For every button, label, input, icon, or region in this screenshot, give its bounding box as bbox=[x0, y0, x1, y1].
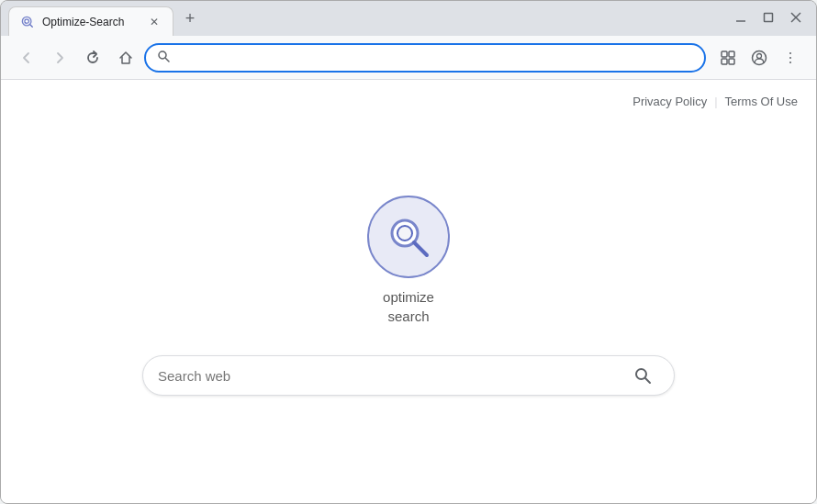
minimize-button[interactable] bbox=[728, 8, 754, 27]
logo-text: optimize search bbox=[383, 287, 434, 326]
privacy-policy-link[interactable]: Privacy Policy bbox=[632, 95, 707, 108]
address-input[interactable] bbox=[177, 50, 693, 65]
browser-window: Optimize-Search ✕ + bbox=[0, 0, 817, 504]
tab-close-button[interactable]: ✕ bbox=[147, 15, 162, 29]
search-input[interactable] bbox=[158, 368, 626, 384]
page-content: Privacy Policy | Terms Of Use bbox=[1, 80, 816, 503]
active-tab[interactable]: Optimize-Search ✕ bbox=[8, 6, 173, 36]
terms-of-use-link[interactable]: Terms Of Use bbox=[725, 95, 798, 108]
reload-button[interactable] bbox=[78, 43, 107, 73]
maximize-button[interactable] bbox=[755, 8, 781, 27]
search-box[interactable] bbox=[142, 355, 675, 396]
tab-title: Optimize-Search bbox=[42, 16, 140, 28]
forward-button[interactable] bbox=[45, 43, 74, 73]
title-bar: Optimize-Search ✕ + bbox=[1, 1, 816, 36]
svg-rect-4 bbox=[765, 14, 773, 22]
svg-point-15 bbox=[789, 52, 791, 54]
link-separator: | bbox=[714, 95, 717, 108]
profile-button[interactable] bbox=[744, 43, 774, 73]
new-tab-button[interactable]: + bbox=[177, 6, 203, 31]
close-button[interactable] bbox=[783, 8, 809, 27]
svg-line-2 bbox=[30, 24, 33, 27]
logo-line2: search bbox=[383, 307, 434, 326]
logo-circle bbox=[367, 196, 450, 278]
svg-point-19 bbox=[397, 226, 412, 241]
svg-point-7 bbox=[159, 51, 166, 59]
svg-rect-9 bbox=[722, 51, 727, 57]
svg-rect-10 bbox=[729, 51, 734, 57]
toolbar-right bbox=[713, 43, 805, 73]
svg-point-16 bbox=[789, 57, 791, 59]
svg-point-1 bbox=[25, 18, 28, 22]
svg-point-14 bbox=[757, 53, 762, 58]
toolbar bbox=[1, 36, 816, 80]
tabs-area: Optimize-Search ✕ + bbox=[8, 1, 728, 36]
window-controls bbox=[728, 1, 809, 27]
center-content: optimize search bbox=[1, 116, 816, 503]
svg-line-8 bbox=[166, 59, 170, 62]
address-search-icon bbox=[157, 50, 170, 65]
logo-magnifier-icon bbox=[383, 211, 434, 263]
menu-button[interactable] bbox=[776, 43, 805, 73]
address-bar[interactable] bbox=[144, 43, 706, 73]
search-submit-button[interactable] bbox=[626, 359, 659, 392]
extensions-button[interactable] bbox=[713, 43, 743, 73]
top-links: Privacy Policy | Terms Of Use bbox=[1, 80, 816, 116]
home-button[interactable] bbox=[111, 43, 140, 73]
svg-point-17 bbox=[789, 62, 791, 63]
svg-rect-12 bbox=[729, 59, 734, 64]
back-button[interactable] bbox=[12, 43, 41, 73]
logo-line1: optimize bbox=[383, 287, 434, 307]
logo-container: optimize search bbox=[367, 196, 450, 326]
svg-line-22 bbox=[645, 378, 650, 383]
svg-rect-11 bbox=[722, 59, 727, 64]
tab-favicon bbox=[20, 15, 35, 29]
svg-line-20 bbox=[414, 242, 427, 255]
